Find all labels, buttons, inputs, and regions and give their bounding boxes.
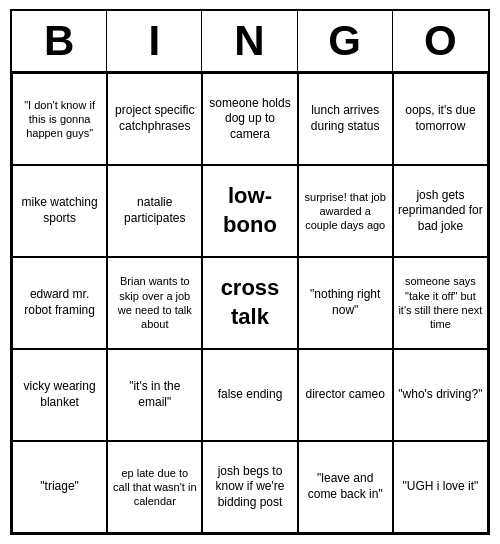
bingo-cell-8[interactable]: surprise! that job awarded a couple days… bbox=[298, 165, 393, 257]
bingo-cell-5[interactable]: mike watching sports bbox=[12, 165, 107, 257]
bingo-cell-22[interactable]: josh begs to know if we're bidding post bbox=[202, 441, 297, 533]
bingo-cell-21[interactable]: ep late due to call that wasn't in calen… bbox=[107, 441, 202, 533]
bingo-cell-7[interactable]: low-bono bbox=[202, 165, 297, 257]
bingo-cell-3[interactable]: lunch arrives during status bbox=[298, 73, 393, 165]
bingo-cell-10[interactable]: edward mr. robot framing bbox=[12, 257, 107, 349]
header-o: O bbox=[393, 11, 488, 71]
bingo-cell-1[interactable]: project specific catchphrases bbox=[107, 73, 202, 165]
bingo-card: B I N G O "I don't know if this is gonna… bbox=[10, 9, 490, 535]
bingo-cell-23[interactable]: "leave and come back in" bbox=[298, 441, 393, 533]
bingo-cell-11[interactable]: Brian wants to skip over a job we need t… bbox=[107, 257, 202, 349]
bingo-cell-2[interactable]: someone holds dog up to camera bbox=[202, 73, 297, 165]
bingo-cell-0[interactable]: "I don't know if this is gonna happen gu… bbox=[12, 73, 107, 165]
bingo-cell-16[interactable]: "it's in the email" bbox=[107, 349, 202, 441]
header-i: I bbox=[107, 11, 202, 71]
bingo-grid: "I don't know if this is gonna happen gu… bbox=[12, 73, 488, 533]
bingo-cell-15[interactable]: vicky wearing blanket bbox=[12, 349, 107, 441]
bingo-cell-20[interactable]: "triage" bbox=[12, 441, 107, 533]
bingo-header: B I N G O bbox=[12, 11, 488, 73]
bingo-cell-4[interactable]: oops, it's due tomorrow bbox=[393, 73, 488, 165]
header-n: N bbox=[202, 11, 297, 71]
header-b: B bbox=[12, 11, 107, 71]
bingo-cell-18[interactable]: director cameo bbox=[298, 349, 393, 441]
bingo-cell-14[interactable]: someone says "take it off" but it's stil… bbox=[393, 257, 488, 349]
bingo-cell-9[interactable]: josh gets reprimanded for bad joke bbox=[393, 165, 488, 257]
bingo-cell-13[interactable]: "nothing right now" bbox=[298, 257, 393, 349]
bingo-cell-17[interactable]: false ending bbox=[202, 349, 297, 441]
bingo-cell-6[interactable]: natalie participates bbox=[107, 165, 202, 257]
bingo-cell-24[interactable]: "UGH i love it" bbox=[393, 441, 488, 533]
bingo-cell-19[interactable]: "who's driving?" bbox=[393, 349, 488, 441]
bingo-cell-12[interactable]: cross talk bbox=[202, 257, 297, 349]
header-g: G bbox=[298, 11, 393, 71]
